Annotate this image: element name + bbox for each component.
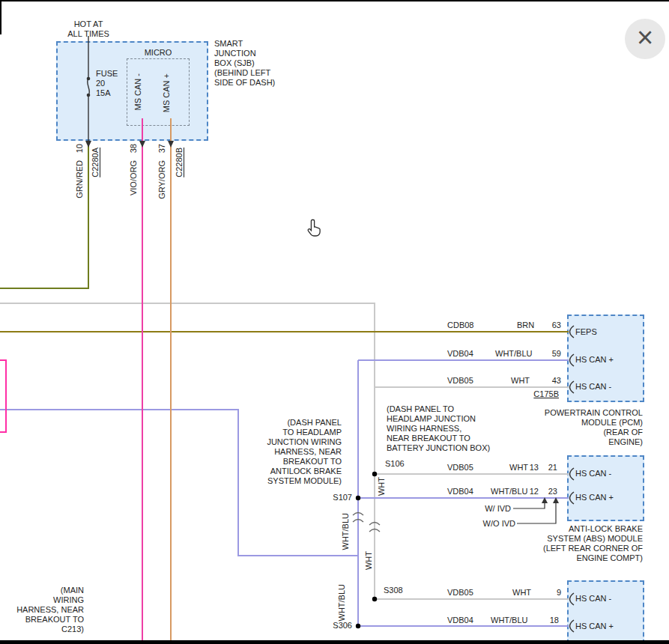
circuit-vdb04-b3: VDB04 [447, 616, 473, 625]
wire-color-wht-blu-b3: WHT/BLU [491, 616, 528, 625]
with-ivd-label: W/ IVD [470, 504, 511, 514]
pcm-pin-hs-can-plus: HS CAN + [575, 355, 614, 365]
pin-number-37: 37 [157, 144, 166, 153]
circuit-vdb05-b3: VDB05 [447, 588, 473, 598]
pin-number-13: 13 [527, 463, 539, 473]
sjb-caption: SMART JUNCTION BOX (SJB) (BEHIND LEFT SI… [214, 39, 275, 88]
wire-color-wht-pcm: WHT [511, 376, 530, 386]
abs-caption: ANTI-LOCK BRAKE SYSTEM (ABS) MODULE (LEF… [523, 524, 643, 563]
wire-color-gry-org: GRY/ORG [157, 160, 166, 199]
hot-at-all-times-label: HOT AT ALL TIMES [56, 19, 121, 39]
pin-number-10: 10 [75, 144, 84, 153]
close-button[interactable]: × [625, 19, 665, 59]
wire-color-wht-abs: WHT [509, 463, 528, 473]
micro-label: MICRO [127, 48, 190, 58]
fuse-label: FUSE 20 15A [96, 69, 118, 98]
harness-note-s106: (DASH PANEL TO HEADLAMP JUNCTION WIRING … [387, 404, 514, 453]
splice-label-s106: S106 [385, 459, 405, 469]
wire-color-brn: BRN [517, 321, 534, 330]
splice-label-s306: S306 [319, 621, 352, 631]
splice-dots [356, 472, 377, 628]
harness-note-s107: (DASH PANEL TO HEADLAMP JUNCTION WIRING … [237, 418, 342, 486]
pin-number-38: 38 [129, 144, 138, 153]
vertical-wht-blu-label-1: WHT/BLU [341, 513, 350, 550]
fuse-terminal-bottom [87, 94, 91, 97]
pin-brackets [570, 326, 575, 632]
pin-number-12: 12 [527, 487, 539, 496]
pin-number-59: 59 [548, 349, 561, 359]
splice-label-s107: S107 [319, 493, 352, 502]
pin-number-63: 63 [548, 321, 561, 330]
window-frame-bottom [0, 640, 669, 644]
pin-number-18: 18 [547, 616, 559, 625]
circuit-vdb05-abs: VDB05 [447, 463, 473, 473]
splice-dot-s107 [356, 496, 360, 500]
circuit-vdb04-pcm: VDB04 [447, 349, 473, 359]
wht-blu-wire-network [0, 360, 569, 626]
harness-note-main: (MAIN WIRING HARNESS, NEAR BREAKOUT TO C… [12, 586, 84, 634]
pin-number-23: 23 [545, 487, 557, 496]
splice-dot-s306 [356, 624, 360, 628]
window-frame-left [0, 0, 1, 34]
pcm-pin-hs-can-minus: HS CAN - [575, 382, 611, 392]
ms-can-minus-label: MS CAN - [133, 73, 142, 111]
wire-color-wht-b3: WHT [512, 588, 531, 598]
splice-dot-s308 [372, 597, 377, 601]
ms-can-plus-label: MS CAN + [162, 73, 171, 112]
hand-cursor-icon [304, 218, 324, 237]
pink-module-outline [0, 360, 6, 432]
vertical-wht-blu-label-2: WHT/BLU [337, 584, 346, 622]
abs-pin-hs-can-plus: HS CAN + [575, 493, 614, 502]
bottom-module-pin-hs-can-plus: HS CAN + [575, 622, 614, 631]
circuit-vdb04-abs: VDB04 [447, 487, 473, 496]
pin-number-21: 21 [545, 463, 557, 473]
connector-c2280b: C2280B [175, 148, 184, 177]
fuse-symbol [88, 36, 90, 141]
circuit-cdb08: CDB08 [447, 321, 473, 330]
connector-c175b: C175B [524, 389, 559, 399]
vertical-wht-label-1: WHT [377, 477, 386, 496]
wire-color-vio-org: VIO/ORG [129, 160, 138, 195]
wire-color-wht-blu-pcm: WHT/BLU [495, 349, 533, 359]
connector-c2280a: C2280A [91, 148, 100, 177]
fuse-terminal-top [87, 77, 91, 81]
wire-color-wht-blu-abs: WHT/BLU [491, 487, 528, 496]
pcm-pin-feps: FEPS [575, 327, 597, 337]
vertical-wht-label-2: WHT [364, 551, 373, 570]
pin-number-43: 43 [548, 376, 561, 386]
circuit-vdb05-pcm: VDB05 [447, 376, 473, 386]
splice-dot-s106 [372, 472, 377, 476]
splice-label-s308: S308 [384, 586, 403, 595]
ivd-arrows [513, 502, 556, 523]
pcm-caption: POWERTRAIN CONTROL MODULE (PCM) (REAR OF… [523, 408, 643, 447]
wiring-diagram-viewer[interactable]: HOT AT ALL TIMES FUSE 20 15A MICRO MS CA… [0, 0, 669, 644]
bottom-module-pin-hs-can-minus: HS CAN - [575, 594, 611, 604]
abs-pin-hs-can-minus: HS CAN - [575, 469, 611, 479]
pin-number-9: 9 [549, 588, 561, 598]
wire-break-markers [353, 513, 380, 532]
without-ivd-label: W/O IVD [470, 519, 515, 529]
window-frame-top [0, 0, 669, 1]
close-icon: × [637, 23, 653, 52]
wire-color-grn-red: GRN/RED [75, 160, 84, 198]
